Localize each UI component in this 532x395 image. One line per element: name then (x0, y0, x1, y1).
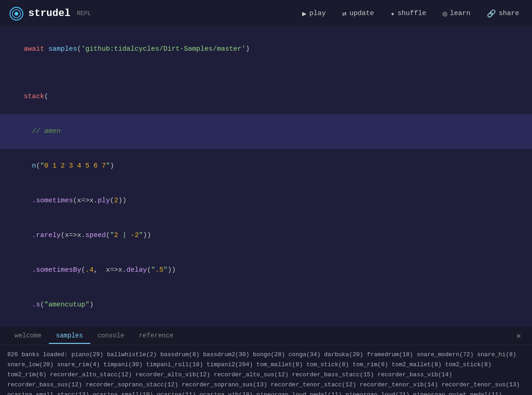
header: strudel REPL ▶ play ⇄ update ✦ shuffle ◎… (0, 0, 532, 27)
share-button[interactable]: 🔗 share (483, 7, 523, 20)
code-line-sometimes: .sometimes(x=>x.ply(2)) (0, 184, 532, 218)
play-label: play (309, 10, 326, 17)
share-label: share (499, 10, 519, 17)
close-button[interactable]: ✕ (512, 332, 525, 340)
tab-reference[interactable]: reference (131, 328, 181, 344)
shuffle-icon: ✦ (391, 9, 395, 18)
learn-label: learn (450, 10, 470, 17)
learn-icon: ◎ (443, 9, 447, 18)
code-line-1: await samples('github:tidalcycles/Dirt-S… (0, 32, 532, 67)
code-line-rarely: .rarely(x=>x.speed("2 | -2")) (0, 218, 532, 253)
play-icon: ▶ (302, 9, 307, 18)
play-button[interactable]: ▶ play (298, 7, 329, 20)
tabs-bar: welcome samples console reference ✕ (0, 327, 532, 345)
update-label: update (349, 10, 374, 17)
tab-welcome[interactable]: welcome (7, 328, 49, 344)
shuffle-button[interactable]: ✦ shuffle (387, 7, 430, 20)
update-icon: ⇄ (342, 9, 347, 18)
update-button[interactable]: ⇄ update (339, 7, 378, 20)
tab-console[interactable]: console (90, 328, 132, 344)
share-icon: 🔗 (487, 9, 496, 18)
code-line-comment: // amen (0, 114, 532, 149)
logo-suffix: REPL (77, 10, 91, 17)
code-line-sometimesby: .sometimesBy(.4, x=>x.delay(".5")) (0, 253, 532, 288)
code-line-s: .s("amencutup") (0, 288, 532, 322)
code-line-stack: stack( (0, 79, 532, 114)
console-text: 826 banks loaded: piano(29) ballwhistle(… (7, 351, 520, 395)
code-line-blank (0, 67, 532, 79)
logo-name: strudel (28, 8, 70, 19)
logo-area: strudel REPL (9, 6, 91, 21)
bottom-panel: welcome samples console reference ✕ 826 … (0, 327, 532, 395)
learn-button[interactable]: ◎ learn (439, 7, 474, 20)
code-line-n: n("0 1 2 3 4 5 6 7") (0, 149, 532, 184)
nav-buttons: ▶ play ⇄ update ✦ shuffle ◎ learn 🔗 shar… (298, 7, 523, 20)
shuffle-label: shuffle (397, 10, 426, 17)
console-output: 826 banks loaded: piano(29) ballwhistle(… (0, 345, 532, 395)
strudel-logo-icon (9, 6, 24, 21)
svg-point-2 (15, 12, 18, 16)
tab-samples[interactable]: samples (49, 328, 90, 344)
code-editor[interactable]: await samples('github:tidalcycles/Dirt-S… (0, 27, 532, 327)
